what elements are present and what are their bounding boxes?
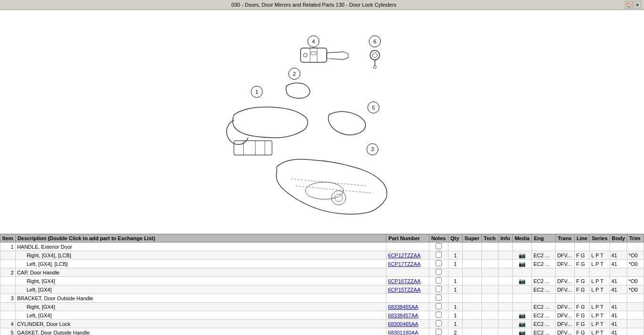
svg-text:2: 2 bbox=[293, 71, 296, 77]
cell-eng: EC2 ... bbox=[532, 328, 556, 335]
cell-description[interactable]: Left, [GX4] bbox=[15, 311, 386, 320]
part-number-link[interactable]: 6CP12TZZAA bbox=[388, 253, 420, 258]
col-qty: Qty bbox=[448, 234, 462, 243]
part-number-link[interactable]: 68338457AA bbox=[388, 313, 418, 318]
cell-part-number[interactable]: 68300465AA bbox=[386, 320, 429, 328]
col-part-number: Part Number bbox=[386, 234, 429, 243]
cell-body: 41 bbox=[610, 285, 627, 294]
cell-part-number[interactable]: 68338455AA bbox=[386, 303, 429, 311]
cell-info bbox=[498, 311, 512, 320]
page-title: 030 - Doors, Door Mirrors and Related Pa… bbox=[3, 2, 625, 8]
notes-checkbox[interactable] bbox=[436, 260, 442, 266]
camera-icon[interactable]: 📷 bbox=[519, 321, 526, 327]
cell-part-number[interactable]: 68338457AA bbox=[386, 311, 429, 320]
part-number-link[interactable]: 68301180AA bbox=[388, 330, 418, 335]
col-tech: Tech bbox=[482, 234, 499, 243]
cell-qty bbox=[448, 243, 462, 251]
part-number-link[interactable]: 6CP17TZZAA bbox=[388, 261, 420, 267]
cell-part-number[interactable]: 6CP16TZZAA bbox=[386, 277, 429, 285]
home-button[interactable]: 🏠 bbox=[625, 1, 633, 9]
cell-body: 41 bbox=[610, 260, 627, 268]
notes-checkbox[interactable] bbox=[436, 269, 442, 275]
cell-media[interactable]: 📷 bbox=[512, 260, 531, 268]
cell-part-number[interactable]: 6CP17TZZAA bbox=[386, 260, 429, 268]
cell-item bbox=[0, 277, 16, 285]
cell-super bbox=[462, 285, 481, 294]
parts-table-container[interactable]: Item Description (Double Click to add pa… bbox=[0, 234, 644, 335]
cell-qty: 1 bbox=[448, 285, 462, 294]
cell-item: 3 bbox=[0, 294, 16, 303]
cell-qty: 1 bbox=[448, 320, 462, 328]
cell-line: F G bbox=[574, 303, 590, 311]
cell-description[interactable]: Right, [GX4] bbox=[15, 277, 386, 285]
cell-media bbox=[512, 303, 531, 311]
cell-media[interactable]: 📷 bbox=[512, 251, 531, 260]
cell-part-number[interactable]: 68301180AA bbox=[386, 328, 429, 335]
cell-media[interactable]: 📷 bbox=[512, 328, 531, 335]
notes-checkbox[interactable] bbox=[436, 286, 442, 292]
notes-checkbox[interactable] bbox=[436, 243, 442, 249]
cell-notes[interactable] bbox=[429, 251, 448, 260]
close-button[interactable]: ✕ bbox=[634, 1, 641, 9]
cell-series bbox=[590, 243, 610, 251]
cell-trans: DFV... bbox=[555, 260, 574, 268]
svg-text:4: 4 bbox=[312, 39, 315, 44]
notes-checkbox[interactable] bbox=[436, 277, 442, 284]
notes-checkbox[interactable] bbox=[436, 303, 442, 309]
cell-tech bbox=[482, 285, 499, 294]
cell-line: F G bbox=[574, 260, 590, 268]
cell-body: 41 bbox=[610, 277, 627, 285]
part-number-link[interactable]: 68300465AA bbox=[388, 321, 418, 327]
camera-icon[interactable]: 📷 bbox=[519, 312, 526, 319]
cell-part-number[interactable]: 6CP12TZZAA bbox=[386, 251, 429, 260]
part-number-link[interactable]: 6CP15TZZAA bbox=[388, 287, 420, 293]
cell-trim bbox=[627, 320, 644, 328]
notes-checkbox[interactable] bbox=[436, 320, 442, 326]
cell-body: 41 bbox=[610, 328, 627, 335]
notes-checkbox[interactable] bbox=[436, 252, 442, 258]
camera-icon[interactable]: 📷 bbox=[519, 329, 526, 335]
cell-description[interactable]: Left, [GX4] bbox=[15, 285, 386, 294]
cell-notes[interactable] bbox=[429, 328, 448, 335]
cell-super bbox=[462, 260, 481, 268]
cell-notes[interactable] bbox=[429, 320, 448, 328]
cell-media[interactable]: 📷 bbox=[512, 311, 531, 320]
cell-description[interactable]: GASKET, Door Outside Handle bbox=[15, 328, 386, 335]
notes-checkbox[interactable] bbox=[436, 294, 442, 301]
cell-part-number bbox=[386, 243, 429, 251]
cell-part-number bbox=[386, 268, 429, 277]
cell-media[interactable]: 📷 bbox=[512, 320, 531, 328]
notes-checkbox[interactable] bbox=[436, 329, 442, 335]
cell-description[interactable]: Right, [GX4] bbox=[15, 303, 386, 311]
cell-part-number[interactable]: 6CP15TZZAA bbox=[386, 285, 429, 294]
cell-notes[interactable] bbox=[429, 268, 448, 277]
cell-series: L P T bbox=[590, 328, 610, 335]
cell-part-number bbox=[386, 294, 429, 303]
cell-notes[interactable] bbox=[429, 285, 448, 294]
cell-notes[interactable] bbox=[429, 243, 448, 251]
part-number-link[interactable]: 68338455AA bbox=[388, 304, 418, 310]
cell-description[interactable]: Right, [GX4], [LCB] bbox=[15, 251, 386, 260]
cell-notes[interactable] bbox=[429, 294, 448, 303]
camera-icon[interactable]: 📷 bbox=[519, 261, 526, 267]
part-number-link[interactable]: 6CP16TZZAA bbox=[388, 278, 420, 284]
cell-notes[interactable] bbox=[429, 260, 448, 268]
table-row: Right, [GX4]6CP16TZZAA1📷EC2 ...DFV...F G… bbox=[0, 277, 644, 285]
cell-trim bbox=[627, 268, 644, 277]
cell-line bbox=[574, 268, 590, 277]
table-row: Left, [GX4]6CP15TZZAA1EC2 ...DFV...F GL … bbox=[0, 285, 644, 294]
camera-icon[interactable]: 📷 bbox=[519, 278, 526, 284]
cell-tech bbox=[482, 303, 499, 311]
table-row: Right, [GX4]68338455AA1EC2 ...DFV...F GL… bbox=[0, 303, 644, 311]
camera-icon[interactable]: 📷 bbox=[519, 252, 526, 259]
cell-tech bbox=[482, 268, 499, 277]
notes-checkbox[interactable] bbox=[436, 312, 442, 318]
cell-notes[interactable] bbox=[429, 311, 448, 320]
cell-description[interactable]: Left, [GX4], [LCB] bbox=[15, 260, 386, 268]
cell-description[interactable]: CYLINDER, Door Lock bbox=[15, 320, 386, 328]
cell-eng bbox=[532, 243, 556, 251]
cell-media[interactable]: 📷 bbox=[512, 277, 531, 285]
cell-notes[interactable] bbox=[429, 277, 448, 285]
cell-notes[interactable] bbox=[429, 303, 448, 311]
cell-trans: DFV... bbox=[555, 320, 574, 328]
